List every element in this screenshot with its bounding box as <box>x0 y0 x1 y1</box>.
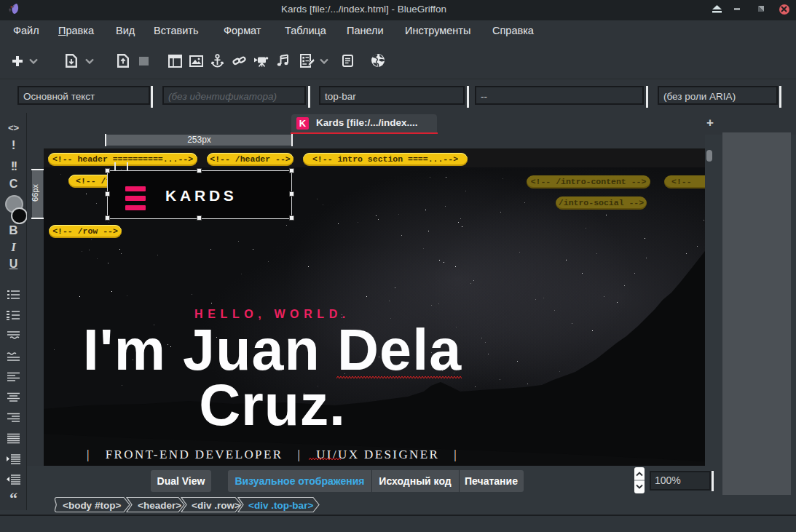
svg-text:<body #top>: <body #top> <box>63 500 121 511</box>
svg-text:<div .top-bar>: <div .top-bar> <box>248 500 313 511</box>
svg-text:<div .row>: <div .row> <box>192 500 240 511</box>
svg-text:<header>: <header> <box>138 500 181 511</box>
